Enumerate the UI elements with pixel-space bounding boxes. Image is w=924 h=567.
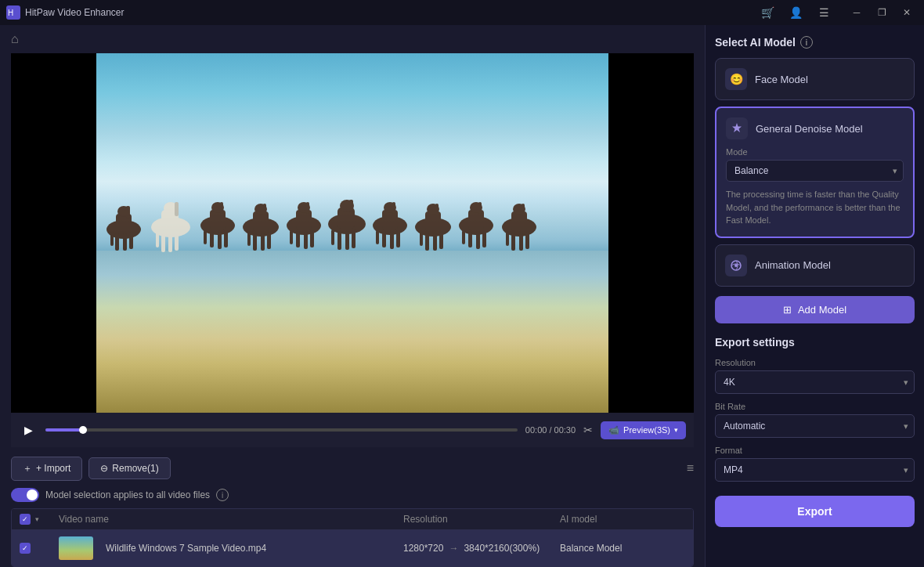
cart-icon[interactable]: 🛒 bbox=[758, 3, 777, 22]
format-select-wrap: MP4 MOV AVI MKV bbox=[715, 458, 915, 482]
titlebar: H HitPaw Video Enhancer 🛒 👤 ☰ ─ ❐ ✕ bbox=[0, 0, 924, 25]
ai-model-section-title: Select AI Model i bbox=[715, 36, 915, 49]
svg-rect-41 bbox=[290, 230, 293, 244]
svg-rect-33 bbox=[247, 232, 251, 246]
resolution-select-wrap: 720P 1080P 2K 4K bbox=[715, 370, 915, 394]
remove-icon: ⊖ bbox=[100, 463, 108, 474]
home-icon[interactable]: ⌂ bbox=[11, 32, 19, 46]
preview-button[interactable]: 📹 Preview(3S) ▾ bbox=[601, 421, 686, 439]
close-button[interactable]: ✕ bbox=[896, 5, 918, 20]
ai-model-title-text: Select AI Model bbox=[715, 36, 796, 49]
column-header-ai-model: AI model bbox=[560, 514, 685, 525]
svg-rect-72 bbox=[482, 230, 486, 247]
play-button[interactable]: ▶ bbox=[19, 421, 38, 439]
cut-icon[interactable]: ✂ bbox=[583, 424, 593, 436]
svg-rect-45 bbox=[349, 200, 353, 212]
svg-rect-55 bbox=[390, 232, 394, 249]
ai-model-info-icon[interactable]: i bbox=[800, 36, 813, 49]
svg-rect-15 bbox=[168, 233, 172, 252]
sort-icon[interactable]: ≡ bbox=[687, 461, 694, 475]
progress-thumb bbox=[79, 426, 87, 434]
general-denoise-description: The processing time is faster than the Q… bbox=[726, 188, 904, 227]
svg-rect-77 bbox=[522, 204, 525, 215]
breadcrumb: ⌂ bbox=[0, 25, 705, 53]
mode-label: Mode bbox=[726, 147, 904, 157]
svg-rect-73 bbox=[462, 230, 465, 244]
add-model-label: Add Model bbox=[798, 304, 846, 316]
left-panel: ⌂ bbox=[0, 25, 705, 567]
camera-icon: 📹 bbox=[608, 425, 619, 435]
animation-model-label: Animation Model bbox=[755, 259, 831, 271]
minimize-button[interactable]: ─ bbox=[846, 5, 868, 20]
mode-select[interactable]: Fast Balance Quality bbox=[726, 160, 904, 182]
restore-button[interactable]: ❐ bbox=[871, 5, 893, 20]
svg-rect-71 bbox=[476, 232, 480, 249]
svg-rect-46 bbox=[337, 231, 341, 250]
add-model-button[interactable]: ⊞ Add Model bbox=[715, 296, 915, 323]
svg-text:H: H bbox=[8, 9, 13, 17]
menu-icon[interactable]: ☰ bbox=[814, 3, 833, 22]
face-model-card[interactable]: 😊 Face Model bbox=[715, 58, 915, 100]
bitrate-select[interactable]: Automatic High Medium Low bbox=[715, 414, 915, 438]
export-button[interactable]: Export bbox=[715, 496, 915, 527]
user-icon[interactable]: 👤 bbox=[786, 3, 805, 22]
header-chevron-icon[interactable]: ▾ bbox=[35, 515, 39, 523]
column-header-resolution: Resolution bbox=[403, 514, 560, 525]
svg-rect-62 bbox=[425, 233, 429, 251]
table-header: ✓ ▾ Video name Resolution AI model bbox=[12, 509, 693, 530]
face-model-label: Face Model bbox=[755, 74, 808, 85]
svg-rect-79 bbox=[519, 233, 523, 251]
general-denoise-model-card[interactable]: General Denoise Model Mode Fast Balance … bbox=[715, 107, 915, 238]
svg-rect-81 bbox=[506, 232, 509, 246]
resolution-select[interactable]: 720P 1080P 2K 4K bbox=[715, 370, 915, 394]
header-checkbox[interactable]: ✓ bbox=[20, 514, 31, 525]
svg-rect-47 bbox=[345, 231, 349, 250]
toggle-info-icon[interactable]: i bbox=[216, 489, 229, 501]
general-denoise-header: General Denoise Model bbox=[726, 117, 904, 139]
resolution-setting: Resolution 720P 1080P 2K 4K bbox=[715, 358, 915, 394]
progress-bar[interactable] bbox=[45, 428, 518, 432]
remove-label: Remove(1) bbox=[112, 463, 158, 474]
svg-rect-6 bbox=[115, 233, 119, 251]
model-toggle-switch[interactable] bbox=[11, 488, 39, 502]
video-black-left bbox=[11, 53, 96, 413]
svg-rect-21 bbox=[220, 202, 223, 214]
preview-label: Preview(3S) bbox=[623, 425, 670, 435]
bitrate-label: Bit Rate bbox=[715, 402, 915, 411]
svg-rect-16 bbox=[175, 232, 179, 251]
export-settings-title: Export settings bbox=[715, 336, 915, 349]
table-row[interactable]: ✓ Wildlife Windows 7 Sample Video.mp4 12… bbox=[12, 530, 693, 566]
remove-button[interactable]: ⊖ Remove(1) bbox=[88, 457, 170, 479]
svg-rect-63 bbox=[433, 233, 437, 251]
toggle-knob bbox=[27, 489, 38, 500]
format-select[interactable]: MP4 MOV AVI MKV bbox=[715, 458, 915, 482]
svg-rect-37 bbox=[306, 202, 309, 214]
face-model-icon: 😊 bbox=[725, 68, 747, 90]
bitrate-select-wrap: Automatic High Medium Low bbox=[715, 414, 915, 438]
svg-rect-38 bbox=[296, 232, 300, 247]
video-thumbnail bbox=[59, 536, 93, 560]
svg-rect-57 bbox=[376, 230, 379, 244]
window-controls: ─ ❐ ✕ bbox=[846, 5, 918, 20]
svg-rect-61 bbox=[435, 204, 439, 215]
svg-rect-69 bbox=[478, 202, 482, 214]
svg-rect-7 bbox=[123, 233, 127, 251]
horses-overlay bbox=[96, 143, 608, 305]
svg-rect-22 bbox=[210, 232, 214, 247]
svg-rect-64 bbox=[439, 232, 443, 249]
row-checkbox[interactable]: ✓ bbox=[20, 543, 31, 554]
animation-model-card[interactable]: Animation Model bbox=[715, 244, 915, 287]
file-toolbar: ＋ + Import ⊖ Remove(1) ≡ bbox=[11, 452, 694, 485]
app-title: HitPaw Video Enhancer bbox=[25, 7, 758, 18]
main-layout: ⌂ bbox=[0, 25, 924, 567]
animation-model-icon bbox=[725, 255, 747, 276]
file-table: ✓ ▾ Video name Resolution AI model ✓ Wil… bbox=[11, 508, 694, 567]
plus-icon: ＋ bbox=[23, 462, 32, 475]
import-button[interactable]: ＋ + Import bbox=[11, 457, 82, 481]
format-setting: Format MP4 MOV AVI MKV bbox=[715, 446, 915, 482]
general-denoise-label: General Denoise Model bbox=[756, 123, 863, 135]
svg-rect-39 bbox=[304, 232, 308, 249]
svg-rect-24 bbox=[224, 230, 228, 247]
svg-rect-31 bbox=[261, 233, 265, 251]
model-toggle-row: Model selection applies to all video fil… bbox=[0, 485, 705, 505]
